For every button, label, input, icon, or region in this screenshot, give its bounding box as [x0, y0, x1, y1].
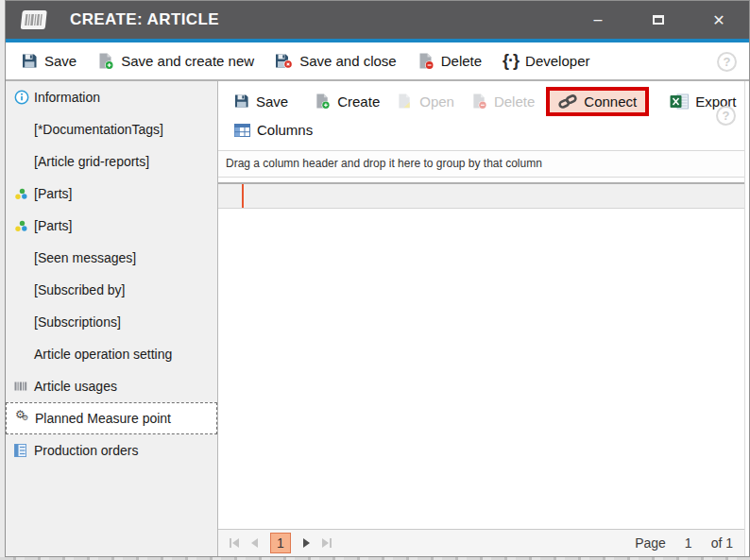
panel-toolbar: Save: [218, 81, 744, 143]
panel-toolbar-row-2: Columns: [226, 117, 744, 143]
developer-button[interactable]: {·} Developer: [492, 46, 600, 76]
grid-columns-label: Columns: [257, 122, 313, 138]
parts-icon: [14, 220, 34, 232]
title-bar: CREATE: ARTICLE – ✕: [6, 1, 749, 39]
grid-save-label: Save: [256, 93, 288, 110]
sidebar-item-label: [Parts]: [34, 218, 72, 233]
sidebar-item-article-usages[interactable]: Article usages: [6, 370, 217, 402]
gears-icon: ⚙⚙: [15, 411, 35, 426]
save-and-close-label: Save and close: [299, 53, 397, 69]
developer-braces-icon: {·}: [503, 51, 519, 71]
sidebar-item-label: [Subscriptions]: [34, 314, 121, 330]
last-page-button[interactable]: [322, 538, 332, 548]
link-icon: [558, 94, 577, 109]
page-of-label: of 1: [711, 535, 733, 551]
pagination-nav: 1: [230, 533, 332, 553]
save-icon: [234, 93, 249, 109]
save-close-icon: [275, 53, 293, 69]
sidebar-item-documentation-tags[interactable]: [*DocumentationTags]: [6, 113, 217, 145]
sidebar-item-parts-1[interactable]: [Parts]: [6, 178, 217, 210]
maximize-button[interactable]: [628, 1, 689, 39]
sidebar-item-parts-2[interactable]: [Parts]: [6, 210, 217, 242]
excel-icon: [670, 93, 689, 110]
sidebar-item-label: Planned Measure point: [35, 411, 171, 426]
save-label: Save: [44, 53, 77, 69]
current-page-button[interactable]: 1: [270, 533, 291, 553]
sidebar-item-article-operation-setting[interactable]: Article operation setting: [6, 338, 217, 370]
window-title: CREATE: ARTICLE: [70, 10, 219, 29]
first-page-button[interactable]: [230, 538, 239, 548]
save-and-close-button[interactable]: Save and close: [264, 48, 407, 74]
sidebar-item-production-orders[interactable]: Production orders: [6, 434, 217, 467]
barcode-app-icon: [18, 8, 48, 32]
minimize-button[interactable]: –: [568, 1, 628, 39]
panel-toolbar-row-1: Save: [226, 85, 744, 117]
sidebar-item-label: Production orders: [34, 443, 139, 458]
first-page-icon: [232, 538, 239, 548]
pagination-bar: 1 Page 1 of 1: [218, 529, 744, 556]
previous-page-button[interactable]: [251, 538, 258, 548]
save-button[interactable]: Save: [11, 48, 87, 74]
page-number: 1: [685, 535, 692, 551]
delete-label: Delete: [441, 53, 482, 69]
grid-save-button[interactable]: Save: [226, 90, 297, 113]
last-page-icon: [322, 538, 329, 548]
previous-page-icon: [251, 538, 258, 548]
sidebar-item-label: Information: [34, 90, 100, 105]
screen: CREATE: ARTICLE – ✕ Save: [0, 0, 750, 560]
group-by-hint-bar[interactable]: Drag a column header and drop it here to…: [218, 150, 744, 178]
page-label: Page: [635, 535, 666, 551]
save-create-icon: [97, 53, 114, 70]
grid-column-header[interactable]: [218, 182, 744, 209]
delete-icon: [471, 93, 487, 110]
create-icon: [315, 93, 331, 110]
sidebar-item-label: [Article grid-reports]: [34, 154, 149, 169]
last-page-icon: [330, 538, 332, 548]
annotation-connect-highlight: Connect: [546, 87, 649, 116]
sidebar-item-label: [Seen messages]: [34, 250, 136, 265]
grid-columns-button[interactable]: Columns: [226, 118, 321, 142]
grid-body[interactable]: [218, 209, 744, 529]
info-icon: [14, 90, 34, 105]
sidebar-item-information[interactable]: Information: [6, 81, 217, 113]
sidebar-item-subscriptions[interactable]: [Subscriptions]: [6, 306, 217, 338]
window-controls: – ✕: [568, 1, 749, 39]
page-indicator: Page 1 of 1: [635, 535, 733, 551]
close-button[interactable]: ✕: [689, 1, 749, 39]
sidebar-item-seen-messages[interactable]: [Seen messages]: [6, 242, 217, 274]
grid-connect-button[interactable]: Connect: [550, 91, 645, 112]
create-article-dialog: CREATE: ARTICLE – ✕ Save: [5, 0, 750, 557]
sidebar-item-planned-measure-point[interactable]: ⚙⚙ Planned Measure point: [6, 402, 217, 434]
next-page-button[interactable]: [303, 538, 310, 548]
delete-icon: [418, 53, 435, 70]
developer-label: Developer: [525, 53, 589, 69]
barcode-icon: [14, 381, 34, 392]
sidebar-item-label: [Parts]: [34, 186, 72, 201]
grid-delete-label: Delete: [494, 93, 535, 110]
main-toolbar: Save Save and create new: [6, 42, 749, 81]
help-icon[interactable]: ?: [717, 52, 737, 72]
save-icon: [22, 53, 38, 69]
next-page-icon: [303, 538, 310, 548]
grid-panel: Save: [218, 81, 745, 556]
sidebar-item-label: Article operation setting: [34, 347, 172, 362]
panel-help-icon[interactable]: ?: [716, 106, 736, 126]
save-and-create-new-label: Save and create new: [121, 53, 254, 69]
grid-create-button[interactable]: Create: [306, 90, 388, 113]
grid-open-label: Open: [419, 93, 454, 110]
sidebar-item-label: [Subscribed by]: [34, 282, 126, 297]
sidebar-item-subscribed-by[interactable]: [Subscribed by]: [6, 274, 217, 306]
maximize-icon: [653, 15, 664, 25]
first-page-icon: [230, 538, 231, 548]
columns-icon: [234, 124, 250, 137]
save-and-create-new-button[interactable]: Save and create new: [87, 48, 264, 75]
open-icon: [397, 93, 413, 110]
grid-delete-button[interactable]: Delete: [463, 90, 543, 113]
parts-icon: [14, 188, 34, 200]
grid-open-button[interactable]: Open: [388, 90, 463, 113]
column-drag-marker: [242, 184, 244, 208]
delete-button[interactable]: Delete: [407, 48, 492, 75]
sidebar-item-article-grid-reports[interactable]: [Article grid-reports]: [6, 145, 217, 178]
grid-connect-label: Connect: [584, 93, 637, 110]
content-area: Information [*DocumentationTags] [Articl…: [6, 81, 749, 556]
